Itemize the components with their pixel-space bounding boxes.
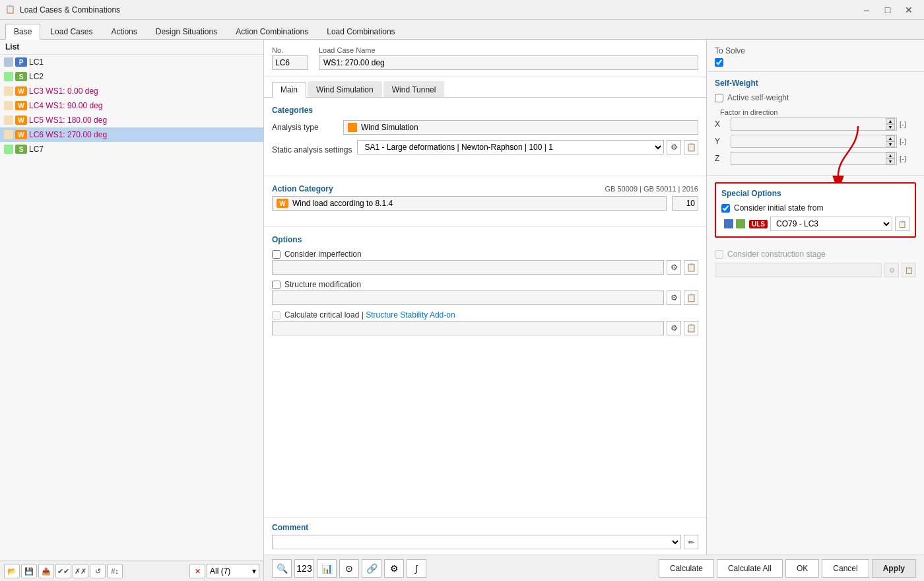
maximize-button[interactable]: □ (878, 3, 898, 17)
sa-copy-button[interactable]: 📋 (684, 140, 698, 154)
dropdown-arrow-icon: ▾ (252, 566, 256, 576)
toolbar-link-btn[interactable]: 🔗 (362, 559, 381, 578)
apply-button[interactable]: Apply (872, 559, 916, 578)
tab-load-cases[interactable]: Load Cases (42, 23, 101, 39)
factor-z-down[interactable]: ▼ (886, 158, 895, 164)
center-panel: No. Load Case Name Main Wind Simulation … (264, 40, 706, 555)
factor-x-up[interactable]: ▲ (886, 118, 895, 124)
window-controls: – □ ✕ (857, 3, 919, 17)
imperfection-checkbox[interactable] (272, 250, 280, 259)
cancel-button[interactable]: Cancel (822, 559, 869, 578)
to-solve-checkbox[interactable] (715, 58, 723, 67)
calculate-button[interactable]: Calculate (659, 559, 714, 578)
ok-button[interactable]: OK (785, 559, 819, 578)
factor-y-down[interactable]: ▼ (886, 141, 895, 147)
lc5-label: LC5 WS1: 180.00 deg (29, 116, 107, 125)
critical-load-copy-btn[interactable]: 📋 (684, 321, 698, 335)
sub-tabs: Main Wind Simulation Wind Tunnel (264, 77, 706, 98)
list-item-lc4[interactable]: W LC4 WS1: 90.00 deg (0, 98, 263, 113)
sub-tab-wind-tunnel[interactable]: Wind Tunnel (383, 81, 445, 97)
active-self-weight-checkbox[interactable] (715, 94, 723, 102)
comment-select[interactable] (272, 535, 681, 549)
toolbar-num-btn[interactable]: 123 (294, 559, 314, 578)
filter-dropdown[interactable]: All (7) ▾ (207, 564, 259, 578)
initial-state-copy-btn[interactable]: 📋 (895, 217, 909, 231)
factor-y-up[interactable]: ▲ (886, 135, 895, 141)
minimize-button[interactable]: – (857, 3, 876, 17)
sort-button[interactable]: #↕ (107, 564, 123, 578)
construction-check-row: Consider construction stage (715, 250, 916, 259)
list-item-lc5[interactable]: W LC5 WS1: 180.00 deg (0, 113, 263, 127)
lc7-badge: S (15, 145, 27, 154)
tab-action-combinations[interactable]: Action Combinations (227, 23, 317, 39)
calculate-all-button[interactable]: Calculate All (717, 559, 783, 578)
critical-load-row: Calculate critical load | Structure Stab… (272, 310, 698, 320)
construction-stage-label[interactable]: Consider construction stage (727, 250, 826, 259)
consider-initial-checkbox[interactable] (721, 204, 730, 213)
left-panel: List P LC1 S LC2 W LC3 WS1: 0.00 deg W L… (0, 40, 264, 581)
lc-name-group: Load Case Name (319, 46, 698, 70)
structure-mod-input[interactable] (272, 290, 664, 305)
imperfection-label[interactable]: Consider imperfection (284, 250, 362, 259)
construction-copy-btn[interactable]: 📋 (902, 263, 916, 277)
consider-initial-label[interactable]: Consider initial state from (734, 203, 823, 213)
list-item-lc6[interactable]: W LC6 WS1: 270.00 deg (0, 127, 263, 142)
comment-edit-btn[interactable]: ✏ (684, 535, 698, 549)
toolbar-graph-btn[interactable]: 📊 (317, 559, 337, 578)
imperfection-copy-btn[interactable]: 📋 (684, 260, 698, 275)
tab-base[interactable]: Base (5, 24, 40, 40)
construction-stage-checkbox[interactable] (715, 250, 723, 259)
save-button[interactable]: 💾 (21, 564, 37, 578)
factor-z-up[interactable]: ▲ (886, 153, 895, 158)
toolbar-search-btn[interactable]: 🔍 (272, 559, 292, 578)
critical-load-checkbox[interactable] (272, 311, 280, 320)
imperfection-input[interactable] (272, 260, 664, 275)
action-cat-label-row: Action Category GB 50009 | GB 50011 | 20… (272, 184, 698, 193)
refresh-button[interactable]: ↺ (90, 564, 106, 578)
critical-load-edit-btn[interactable]: ⚙ (667, 321, 681, 335)
uncheck-all-button[interactable]: ✗✗ (73, 564, 88, 578)
special-options-section: Special Options Consider initial state f… (715, 182, 916, 238)
structure-mod-label[interactable]: Structure modification (284, 280, 361, 289)
lc1-badge: P (15, 57, 27, 67)
imperfection-edit-btn[interactable]: ⚙ (667, 260, 681, 275)
analysis-type-display: Wind Simulation (343, 120, 698, 135)
tab-load-combinations[interactable]: Load Combinations (318, 23, 403, 39)
sa-edit-button[interactable]: ⚙ (667, 140, 681, 154)
structure-mod-copy-btn[interactable]: 📋 (684, 290, 698, 305)
sub-tab-wind-simulation[interactable]: Wind Simulation (308, 81, 382, 97)
lc6-label: LC6 WS1: 270.00 deg (29, 130, 107, 139)
construction-input[interactable] (715, 263, 882, 277)
list-item-lc7[interactable]: S LC7 (0, 142, 263, 156)
construction-edit-btn[interactable]: ⚙ (884, 263, 899, 277)
list-item-lc3[interactable]: W LC3 WS1: 0.00 deg (0, 84, 263, 98)
tab-actions[interactable]: Actions (102, 23, 145, 39)
critical-load-input[interactable] (272, 321, 664, 335)
lc-name-input[interactable] (319, 55, 698, 70)
export-button[interactable]: 📤 (38, 564, 54, 578)
lc-no-input[interactable] (272, 55, 308, 70)
toolbar-settings-btn[interactable]: ⚙ (384, 559, 404, 578)
list-item-lc2[interactable]: S LC2 (0, 69, 263, 84)
right-top: No. Load Case Name Main Wind Simulation … (264, 40, 924, 555)
toolbar-formula-btn[interactable]: ∫ (407, 559, 426, 578)
list-item-lc1[interactable]: P LC1 (0, 55, 263, 69)
active-self-weight-label[interactable]: Active self-weight (727, 93, 789, 102)
action-cat-display: W Wind load according to 8.1.4 (272, 196, 667, 211)
static-analysis-select[interactable]: SA1 - Large deformations | Newton-Raphso… (357, 140, 664, 154)
structure-mod-edit-btn[interactable]: ⚙ (667, 290, 681, 305)
sub-tab-main[interactable]: Main (272, 82, 306, 98)
delete-button[interactable]: ✕ (189, 564, 205, 578)
close-button[interactable]: ✕ (899, 3, 919, 17)
check-all-button[interactable]: ✔✔ (55, 564, 71, 578)
action-cat-number[interactable] (672, 196, 698, 211)
stability-addon-link[interactable]: Structure Stability Add-on (366, 310, 455, 320)
tab-design-situations[interactable]: Design Situations (147, 23, 226, 39)
initial-state-select[interactable]: CO79 - LC3 (770, 217, 892, 231)
factor-x-down[interactable]: ▼ (886, 124, 895, 130)
add-folder-button[interactable]: 📂 (4, 564, 20, 578)
toolbar-circle-btn[interactable]: ⊙ (339, 559, 359, 578)
list-footer: 📂 💾 📤 ✔✔ ✗✗ ↺ #↕ ✕ All (7) ▾ (0, 561, 263, 581)
critical-load-label[interactable]: Calculate critical load | Structure Stab… (284, 310, 455, 320)
structure-mod-checkbox[interactable] (272, 281, 280, 289)
